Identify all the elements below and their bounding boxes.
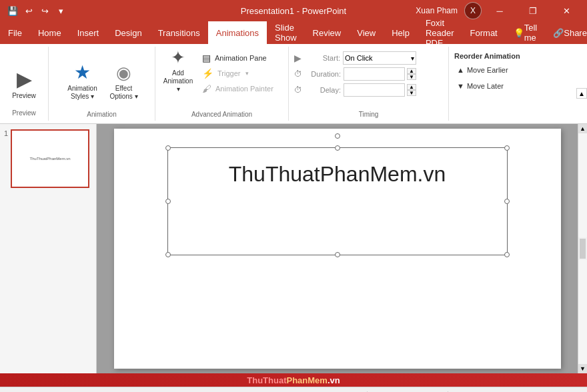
user-avatar: X [464,2,482,19]
undo-qat-button[interactable]: ↩ [21,3,36,18]
menu-view[interactable]: View [349,21,384,44]
right-scrollbar: ▲ ▼ [578,124,587,373]
scroll-up-button[interactable]: ▲ [578,124,587,133]
delay-input[interactable] [344,83,405,97]
status-bar: Slide 1 of 1 ⊞ English (United States) 🗒… [0,387,587,392]
duration-label: Duration: [305,70,341,78]
menu-review[interactable]: Review [305,21,350,44]
add-animation-button[interactable]: ✦ AddAnimation ▾ [159,49,197,95]
delay-down-button[interactable]: ▼ [407,90,416,96]
delay-clock-icon: ⏱ [294,85,302,95]
move-later-button[interactable]: ▼ Move Later [454,79,544,93]
delay-spinner: ▲ ▼ [407,84,416,96]
menu-slideshow[interactable]: Slide Show [267,21,305,44]
effect-options-button[interactable]: ◉ EffectOptions ▾ [105,57,143,102]
handle-middle-left[interactable] [165,199,171,204]
animation-painter-icon: 🖌 [202,83,211,94]
handle-top-right[interactable] [504,145,510,151]
animation-buttons: ★ AnimationStyles ▾ ◉ EffectOptions ▾ [61,48,143,109]
restore-button[interactable]: ❐ [518,0,548,21]
animation-group: ★ AnimationStyles ▾ ◉ EffectOptions ▾ An… [49,47,155,121]
handle-middle-right[interactable] [504,199,510,204]
slide-title-text[interactable]: ThuThuatPhanMem.vn [114,162,561,187]
duration-down-button[interactable]: ▼ [407,74,416,80]
timing-group-label: Timing [294,109,443,118]
handle-top-left[interactable] [165,145,171,151]
menu-file[interactable]: File [0,21,30,44]
preview-icon: ▶ [17,67,32,91]
menu-bar: File Home Insert Design Transitions Anim… [0,21,587,44]
trigger-icon: ⚡ [202,68,213,79]
minimize-button[interactable]: ─ [484,0,515,21]
duration-spinner: ▲ ▼ [407,68,416,80]
reorder-group: Reorder Animation ▲ Move Earlier ▼ Move … [449,47,549,121]
animation-pane-icon: ▤ [202,53,211,63]
duration-clock-icon: ⏱ [294,69,302,79]
timing-group: ▶ Start: On Click ▾ ⏱ Duration: ▲ ▼ ⏱ [289,47,449,121]
scroll-track-bottom[interactable] [578,260,587,364]
slide-thumb-text: ThuThuatPhanMem.vn [30,157,71,161]
scroll-thumb[interactable] [580,239,586,259]
delay-label: Delay: [305,86,341,94]
handle-bottom-right[interactable] [504,252,510,257]
watermark-bar: ThuThuatPhanMem.vn [0,373,587,387]
delay-row: ⏱ Delay: ▲ ▼ [294,83,443,97]
menu-design[interactable]: Design [107,21,149,44]
duration-input[interactable] [344,67,405,81]
add-advanced-group: ✦ AddAnimation ▾ ▤ Animation Pane ⚡ Trig… [155,47,289,121]
watermark-text: ThuThuatPhanMem.vn [247,375,340,385]
handle-top-middle[interactable] [335,145,340,151]
menu-animations[interactable]: Animations [208,21,267,44]
menu-format[interactable]: Format [462,21,506,44]
ribbon: ▶ Preview Preview ★ AnimationStyles ▾ ◉ … [0,44,587,124]
animation-styles-label: AnimationStyles ▾ [67,85,97,101]
preview-button[interactable]: ▶ Preview [5,56,43,101]
redo-qat-button[interactable]: ↪ [37,3,52,18]
animation-pane-button[interactable]: ▤ Animation Pane [199,51,276,65]
customize-qat-button[interactable]: ▾ [53,3,68,18]
title-bar-left: 💾 ↩ ↪ ▾ [5,3,68,18]
add-animation-icon: ✦ [171,47,185,68]
close-button[interactable]: ✕ [551,0,582,21]
move-earlier-button[interactable]: ▲ Move Earlier [454,63,544,77]
start-dropdown-icon: ▾ [411,55,414,62]
slide-thumbnail[interactable]: ThuThuatPhanMem.vn [11,129,89,188]
rotation-handle[interactable] [335,133,340,139]
duration-up-button[interactable]: ▲ [407,68,416,74]
title-bar: 💾 ↩ ↪ ▾ Presentation1 - PowerPoint Xuan … [0,0,587,21]
start-row: ▶ Start: On Click ▾ [294,51,443,65]
scroll-track[interactable] [578,133,587,237]
animation-styles-icon: ★ [74,61,91,83]
preview-group-label: Preview [5,108,43,118]
menu-foxit[interactable]: Foxit Reader PDF [418,21,462,44]
handle-bottom-left[interactable] [165,252,171,257]
menu-transitions[interactable]: Transitions [150,21,208,44]
move-earlier-icon: ▲ [457,66,464,74]
scroll-down-button[interactable]: ▼ [578,364,587,373]
effect-options-icon: ◉ [116,63,131,83]
menu-home[interactable]: Home [30,21,69,44]
window-title: Presentation1 - PowerPoint [241,6,346,16]
ribbon-collapse-button[interactable]: ▲ [576,88,587,99]
menu-insert[interactable]: Insert [69,21,107,44]
menu-help[interactable]: Help [384,21,418,44]
start-label: Start: [304,54,340,62]
save-qat-button[interactable]: 💾 [5,3,20,18]
share-button[interactable]: 🔗 Share [545,21,587,44]
tell-me-button[interactable]: 💡 Tell me [506,21,546,44]
timing-rows: ▶ Start: On Click ▾ ⏱ Duration: ▲ ▼ ⏱ [294,49,443,109]
slide-canvas[interactable]: ThuThuatPhanMem.vn [114,129,561,369]
start-select[interactable]: On Click ▾ [343,51,416,65]
quick-access-toolbar: 💾 ↩ ↪ ▾ [5,3,68,18]
user-name: Xuan Pham [416,6,458,15]
effect-options-label: EffectOptions ▾ [109,85,137,101]
main-area: 1 ThuThuatPhanMem.vn ThuThuatPhanMem.vn [0,124,587,373]
animation-styles-button[interactable]: ★ AnimationStyles ▾ [61,57,104,102]
handle-bottom-middle[interactable] [335,252,340,257]
advanced-animation-buttons: ▤ Animation Pane ⚡ Trigger ▾ 🖌 Animation… [199,49,276,109]
preview-group: ▶ Preview Preview [0,47,49,121]
delay-up-button[interactable]: ▲ [407,84,416,90]
canvas-area: ThuThuatPhanMem.vn [97,124,578,373]
trigger-button[interactable]: ⚡ Trigger ▾ [199,66,276,81]
animation-painter-button[interactable]: 🖌 Animation Painter [199,81,276,96]
